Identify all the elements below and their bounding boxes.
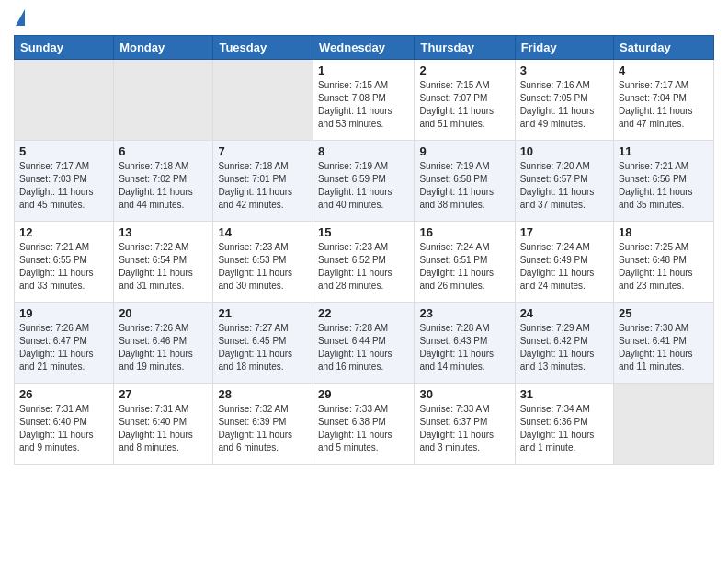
calendar-cell: 16Sunrise: 7:24 AM Sunset: 6:51 PM Dayli…: [415, 222, 515, 303]
calendar-cell: 14Sunrise: 7:23 AM Sunset: 6:53 PM Dayli…: [213, 222, 313, 303]
calendar-day-header: Monday: [114, 36, 213, 60]
day-number: 18: [619, 225, 709, 239]
calendar-header-row: SundayMondayTuesdayWednesdayThursdayFrid…: [15, 36, 714, 60]
calendar-week-row: 12Sunrise: 7:21 AM Sunset: 6:55 PM Dayli…: [15, 222, 714, 303]
calendar-day-header: Sunday: [15, 36, 114, 60]
day-number: 8: [318, 144, 409, 158]
calendar-cell: 11Sunrise: 7:21 AM Sunset: 6:56 PM Dayli…: [614, 141, 714, 222]
day-info: Sunrise: 7:32 AM Sunset: 6:39 PM Dayligh…: [218, 403, 308, 454]
day-info: Sunrise: 7:15 AM Sunset: 7:08 PM Dayligh…: [318, 79, 409, 131]
day-number: 3: [520, 63, 609, 77]
day-number: 28: [218, 387, 308, 401]
day-number: 31: [520, 387, 609, 401]
day-number: 9: [419, 144, 509, 158]
day-number: 5: [19, 144, 108, 158]
day-number: 25: [619, 306, 709, 320]
calendar-day-header: Thursday: [415, 36, 515, 60]
day-number: 21: [218, 306, 308, 320]
calendar-cell: [15, 60, 114, 141]
calendar-cell: 23Sunrise: 7:28 AM Sunset: 6:43 PM Dayli…: [415, 303, 515, 384]
day-number: 29: [318, 387, 409, 401]
calendar-day-header: Wednesday: [313, 36, 415, 60]
day-number: 7: [218, 144, 308, 158]
day-info: Sunrise: 7:16 AM Sunset: 7:05 PM Dayligh…: [520, 79, 609, 131]
day-info: Sunrise: 7:33 AM Sunset: 6:37 PM Dayligh…: [419, 403, 509, 454]
day-info: Sunrise: 7:15 AM Sunset: 7:07 PM Dayligh…: [419, 79, 509, 131]
calendar-cell: 27Sunrise: 7:31 AM Sunset: 6:40 PM Dayli…: [114, 384, 213, 465]
calendar-cell: [614, 384, 714, 465]
calendar-week-row: 1Sunrise: 7:15 AM Sunset: 7:08 PM Daylig…: [15, 60, 714, 141]
calendar-day-header: Saturday: [614, 36, 714, 60]
calendar-cell: 12Sunrise: 7:21 AM Sunset: 6:55 PM Dayli…: [15, 222, 114, 303]
day-info: Sunrise: 7:20 AM Sunset: 6:57 PM Dayligh…: [520, 160, 609, 212]
calendar-cell: 18Sunrise: 7:25 AM Sunset: 6:48 PM Dayli…: [614, 222, 714, 303]
day-info: Sunrise: 7:19 AM Sunset: 6:58 PM Dayligh…: [419, 160, 509, 212]
day-info: Sunrise: 7:24 AM Sunset: 6:49 PM Dayligh…: [520, 241, 609, 293]
calendar-week-row: 5Sunrise: 7:17 AM Sunset: 7:03 PM Daylig…: [15, 141, 714, 222]
day-info: Sunrise: 7:34 AM Sunset: 6:36 PM Dayligh…: [520, 403, 609, 454]
calendar-cell: 21Sunrise: 7:27 AM Sunset: 6:45 PM Dayli…: [213, 303, 313, 384]
day-info: Sunrise: 7:28 AM Sunset: 6:43 PM Dayligh…: [419, 322, 509, 373]
calendar-week-row: 19Sunrise: 7:26 AM Sunset: 6:47 PM Dayli…: [15, 303, 714, 384]
calendar-table: SundayMondayTuesdayWednesdayThursdayFrid…: [14, 35, 714, 465]
day-number: 16: [419, 225, 509, 239]
day-info: Sunrise: 7:33 AM Sunset: 6:38 PM Dayligh…: [318, 403, 409, 454]
day-number: 15: [318, 225, 409, 239]
day-info: Sunrise: 7:26 AM Sunset: 6:47 PM Dayligh…: [19, 322, 108, 373]
calendar-cell: 17Sunrise: 7:24 AM Sunset: 6:49 PM Dayli…: [515, 222, 613, 303]
calendar-cell: 4Sunrise: 7:17 AM Sunset: 7:04 PM Daylig…: [614, 60, 714, 141]
day-info: Sunrise: 7:28 AM Sunset: 6:44 PM Dayligh…: [318, 322, 409, 373]
calendar-cell: 5Sunrise: 7:17 AM Sunset: 7:03 PM Daylig…: [15, 141, 114, 222]
day-number: 13: [119, 225, 208, 239]
header: [14, 9, 714, 28]
calendar-cell: 1Sunrise: 7:15 AM Sunset: 7:08 PM Daylig…: [313, 60, 415, 141]
day-info: Sunrise: 7:27 AM Sunset: 6:45 PM Dayligh…: [218, 322, 308, 373]
calendar-cell: 25Sunrise: 7:30 AM Sunset: 6:41 PM Dayli…: [614, 303, 714, 384]
day-number: 12: [19, 225, 108, 239]
day-number: 10: [520, 144, 609, 158]
day-number: 23: [419, 306, 509, 320]
calendar-cell: 9Sunrise: 7:19 AM Sunset: 6:58 PM Daylig…: [415, 141, 515, 222]
day-info: Sunrise: 7:23 AM Sunset: 6:52 PM Dayligh…: [318, 241, 409, 293]
day-info: Sunrise: 7:17 AM Sunset: 7:03 PM Dayligh…: [19, 160, 108, 212]
logo-triangle-icon: [16, 9, 25, 26]
calendar-cell: 30Sunrise: 7:33 AM Sunset: 6:37 PM Dayli…: [415, 384, 515, 465]
day-info: Sunrise: 7:19 AM Sunset: 6:59 PM Dayligh…: [318, 160, 409, 212]
day-number: 4: [619, 63, 709, 77]
day-info: Sunrise: 7:26 AM Sunset: 6:46 PM Dayligh…: [119, 322, 208, 373]
day-info: Sunrise: 7:23 AM Sunset: 6:53 PM Dayligh…: [218, 241, 308, 293]
logo: [14, 9, 25, 28]
day-number: 26: [19, 387, 108, 401]
day-info: Sunrise: 7:31 AM Sunset: 6:40 PM Dayligh…: [119, 403, 208, 454]
day-number: 2: [419, 63, 509, 77]
day-info: Sunrise: 7:24 AM Sunset: 6:51 PM Dayligh…: [419, 241, 509, 293]
day-number: 30: [419, 387, 509, 401]
calendar-cell: 15Sunrise: 7:23 AM Sunset: 6:52 PM Dayli…: [313, 222, 415, 303]
calendar-cell: 7Sunrise: 7:18 AM Sunset: 7:01 PM Daylig…: [213, 141, 313, 222]
calendar-cell: 13Sunrise: 7:22 AM Sunset: 6:54 PM Dayli…: [114, 222, 213, 303]
calendar-day-header: Tuesday: [213, 36, 313, 60]
calendar-cell: 28Sunrise: 7:32 AM Sunset: 6:39 PM Dayli…: [213, 384, 313, 465]
calendar-cell: 3Sunrise: 7:16 AM Sunset: 7:05 PM Daylig…: [515, 60, 613, 141]
day-info: Sunrise: 7:21 AM Sunset: 6:55 PM Dayligh…: [19, 241, 108, 293]
day-info: Sunrise: 7:21 AM Sunset: 6:56 PM Dayligh…: [619, 160, 709, 212]
day-number: 1: [318, 63, 409, 77]
day-info: Sunrise: 7:22 AM Sunset: 6:54 PM Dayligh…: [119, 241, 208, 293]
day-number: 11: [619, 144, 709, 158]
calendar-cell: 22Sunrise: 7:28 AM Sunset: 6:44 PM Dayli…: [313, 303, 415, 384]
calendar-cell: 26Sunrise: 7:31 AM Sunset: 6:40 PM Dayli…: [15, 384, 114, 465]
calendar-cell: 10Sunrise: 7:20 AM Sunset: 6:57 PM Dayli…: [515, 141, 613, 222]
day-number: 27: [119, 387, 208, 401]
day-number: 19: [19, 306, 108, 320]
calendar-week-row: 26Sunrise: 7:31 AM Sunset: 6:40 PM Dayli…: [15, 384, 714, 465]
calendar-cell: 6Sunrise: 7:18 AM Sunset: 7:02 PM Daylig…: [114, 141, 213, 222]
day-info: Sunrise: 7:31 AM Sunset: 6:40 PM Dayligh…: [19, 403, 108, 454]
day-info: Sunrise: 7:18 AM Sunset: 7:01 PM Dayligh…: [218, 160, 308, 212]
day-info: Sunrise: 7:17 AM Sunset: 7:04 PM Dayligh…: [619, 79, 709, 131]
day-number: 24: [520, 306, 609, 320]
day-info: Sunrise: 7:29 AM Sunset: 6:42 PM Dayligh…: [520, 322, 609, 373]
calendar-cell: 20Sunrise: 7:26 AM Sunset: 6:46 PM Dayli…: [114, 303, 213, 384]
calendar-cell: 31Sunrise: 7:34 AM Sunset: 6:36 PM Dayli…: [515, 384, 613, 465]
calendar-cell: 29Sunrise: 7:33 AM Sunset: 6:38 PM Dayli…: [313, 384, 415, 465]
calendar-cell: [213, 60, 313, 141]
